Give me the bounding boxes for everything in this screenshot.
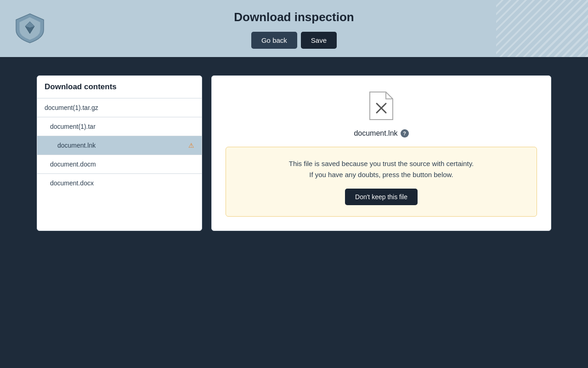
go-back-button[interactable]: Go back	[251, 32, 297, 49]
file-name-docx: document.docx	[50, 179, 94, 187]
warning-text: This file is saved because you trust the…	[289, 158, 474, 180]
file-name-lnk: document.lnk	[57, 142, 96, 149]
selected-file-name: document.lnk	[354, 129, 397, 138]
file-x-icon	[368, 90, 395, 122]
file-item-lnk[interactable]: document.lnk ⚠	[37, 136, 202, 155]
warning-line-2: If you have any doubts, press the button…	[309, 171, 453, 178]
page-title: Download inspection	[234, 10, 354, 24]
header-decoration	[496, 0, 588, 57]
file-item-tar[interactable]: document(1).tar	[37, 117, 202, 136]
file-name-tar-gz: document(1).tar.gz	[45, 104, 98, 111]
save-button[interactable]: Save	[301, 32, 337, 49]
file-name-tar: document(1).tar	[50, 123, 96, 130]
dont-keep-button[interactable]: Don't keep this file	[345, 189, 418, 205]
file-icon-container	[368, 90, 395, 124]
file-list-header: Download contents	[37, 76, 202, 98]
header: Download inspection Go back Save	[0, 0, 588, 57]
file-list-panel: Download contents document(1).tar.gz doc…	[37, 75, 202, 231]
help-icon[interactable]: ?	[401, 129, 409, 138]
file-name-docm: document.docm	[50, 161, 96, 168]
file-item-docx[interactable]: document.docx	[37, 174, 202, 192]
file-name-row: document.lnk ?	[354, 129, 408, 138]
main-content: Download contents document(1).tar.gz doc…	[0, 57, 588, 249]
warning-triangle-icon: ⚠	[188, 142, 194, 149]
logo	[14, 12, 46, 46]
warning-line-1: This file is saved because you trust the…	[289, 160, 474, 167]
file-detail-panel: document.lnk ? This file is saved becaus…	[211, 75, 551, 231]
warning-box: This file is saved because you trust the…	[226, 147, 537, 217]
file-item-docm[interactable]: document.docm	[37, 155, 202, 174]
header-buttons: Go back Save	[251, 32, 337, 49]
file-item-tar-gz[interactable]: document(1).tar.gz	[37, 98, 202, 117]
